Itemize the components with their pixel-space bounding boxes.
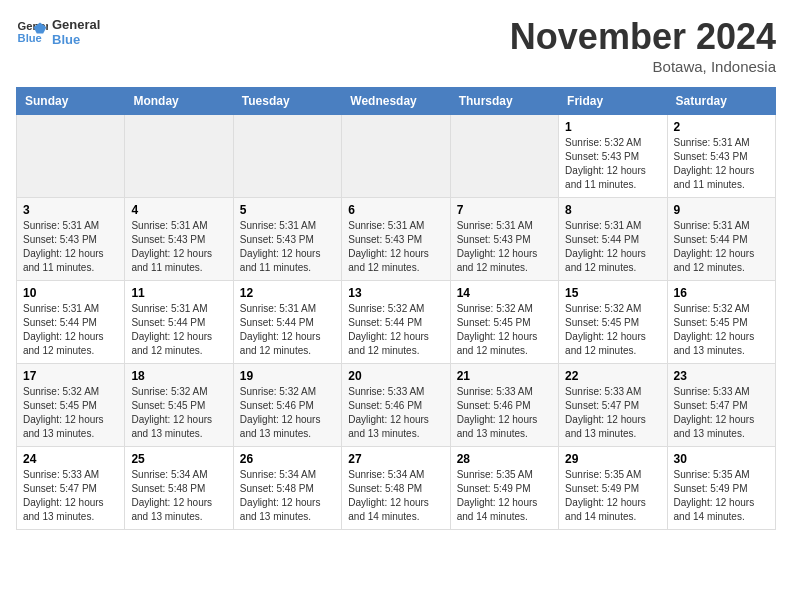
calendar-cell: 15Sunrise: 5:32 AM Sunset: 5:45 PM Dayli… <box>559 281 667 364</box>
calendar-cell: 14Sunrise: 5:32 AM Sunset: 5:45 PM Dayli… <box>450 281 558 364</box>
calendar-cell: 13Sunrise: 5:32 AM Sunset: 5:44 PM Dayli… <box>342 281 450 364</box>
calendar-day-header: Saturday <box>667 88 775 115</box>
day-info: Sunrise: 5:31 AM Sunset: 5:44 PM Dayligh… <box>674 219 769 275</box>
calendar-cell: 23Sunrise: 5:33 AM Sunset: 5:47 PM Dayli… <box>667 364 775 447</box>
day-info: Sunrise: 5:31 AM Sunset: 5:43 PM Dayligh… <box>23 219 118 275</box>
calendar-cell: 4Sunrise: 5:31 AM Sunset: 5:43 PM Daylig… <box>125 198 233 281</box>
calendar-cell: 22Sunrise: 5:33 AM Sunset: 5:47 PM Dayli… <box>559 364 667 447</box>
day-number: 9 <box>674 203 769 217</box>
day-info: Sunrise: 5:33 AM Sunset: 5:47 PM Dayligh… <box>674 385 769 441</box>
calendar-cell: 12Sunrise: 5:31 AM Sunset: 5:44 PM Dayli… <box>233 281 341 364</box>
calendar-cell: 3Sunrise: 5:31 AM Sunset: 5:43 PM Daylig… <box>17 198 125 281</box>
day-number: 5 <box>240 203 335 217</box>
calendar-cell: 26Sunrise: 5:34 AM Sunset: 5:48 PM Dayli… <box>233 447 341 530</box>
calendar-week-row: 24Sunrise: 5:33 AM Sunset: 5:47 PM Dayli… <box>17 447 776 530</box>
calendar-cell: 11Sunrise: 5:31 AM Sunset: 5:44 PM Dayli… <box>125 281 233 364</box>
day-number: 4 <box>131 203 226 217</box>
day-info: Sunrise: 5:33 AM Sunset: 5:47 PM Dayligh… <box>565 385 660 441</box>
day-info: Sunrise: 5:31 AM Sunset: 5:43 PM Dayligh… <box>240 219 335 275</box>
day-number: 21 <box>457 369 552 383</box>
day-number: 10 <box>23 286 118 300</box>
calendar-cell: 1Sunrise: 5:32 AM Sunset: 5:43 PM Daylig… <box>559 115 667 198</box>
day-info: Sunrise: 5:34 AM Sunset: 5:48 PM Dayligh… <box>348 468 443 524</box>
calendar-cell: 10Sunrise: 5:31 AM Sunset: 5:44 PM Dayli… <box>17 281 125 364</box>
calendar-cell: 5Sunrise: 5:31 AM Sunset: 5:43 PM Daylig… <box>233 198 341 281</box>
day-info: Sunrise: 5:33 AM Sunset: 5:47 PM Dayligh… <box>23 468 118 524</box>
day-number: 8 <box>565 203 660 217</box>
day-number: 17 <box>23 369 118 383</box>
calendar-cell: 20Sunrise: 5:33 AM Sunset: 5:46 PM Dayli… <box>342 364 450 447</box>
calendar-table: SundayMondayTuesdayWednesdayThursdayFrid… <box>16 87 776 530</box>
calendar-cell: 17Sunrise: 5:32 AM Sunset: 5:45 PM Dayli… <box>17 364 125 447</box>
calendar-day-header: Monday <box>125 88 233 115</box>
calendar-week-row: 17Sunrise: 5:32 AM Sunset: 5:45 PM Dayli… <box>17 364 776 447</box>
day-info: Sunrise: 5:31 AM Sunset: 5:44 PM Dayligh… <box>131 302 226 358</box>
day-number: 29 <box>565 452 660 466</box>
day-info: Sunrise: 5:32 AM Sunset: 5:45 PM Dayligh… <box>131 385 226 441</box>
page-header: General Blue General Blue November 2024 … <box>16 16 776 75</box>
day-number: 6 <box>348 203 443 217</box>
calendar-cell: 27Sunrise: 5:34 AM Sunset: 5:48 PM Dayli… <box>342 447 450 530</box>
day-info: Sunrise: 5:32 AM Sunset: 5:43 PM Dayligh… <box>565 136 660 192</box>
day-info: Sunrise: 5:32 AM Sunset: 5:45 PM Dayligh… <box>674 302 769 358</box>
calendar-cell: 18Sunrise: 5:32 AM Sunset: 5:45 PM Dayli… <box>125 364 233 447</box>
day-info: Sunrise: 5:32 AM Sunset: 5:44 PM Dayligh… <box>348 302 443 358</box>
day-number: 11 <box>131 286 226 300</box>
day-number: 16 <box>674 286 769 300</box>
title-block: November 2024 Botawa, Indonesia <box>510 16 776 75</box>
day-number: 28 <box>457 452 552 466</box>
day-number: 20 <box>348 369 443 383</box>
day-info: Sunrise: 5:32 AM Sunset: 5:45 PM Dayligh… <box>565 302 660 358</box>
calendar-header-row: SundayMondayTuesdayWednesdayThursdayFrid… <box>17 88 776 115</box>
calendar-cell: 19Sunrise: 5:32 AM Sunset: 5:46 PM Dayli… <box>233 364 341 447</box>
calendar-cell: 24Sunrise: 5:33 AM Sunset: 5:47 PM Dayli… <box>17 447 125 530</box>
day-info: Sunrise: 5:31 AM Sunset: 5:43 PM Dayligh… <box>131 219 226 275</box>
calendar-cell: 25Sunrise: 5:34 AM Sunset: 5:48 PM Dayli… <box>125 447 233 530</box>
day-number: 12 <box>240 286 335 300</box>
day-info: Sunrise: 5:33 AM Sunset: 5:46 PM Dayligh… <box>348 385 443 441</box>
day-number: 13 <box>348 286 443 300</box>
day-info: Sunrise: 5:31 AM Sunset: 5:43 PM Dayligh… <box>457 219 552 275</box>
calendar-cell: 7Sunrise: 5:31 AM Sunset: 5:43 PM Daylig… <box>450 198 558 281</box>
day-number: 14 <box>457 286 552 300</box>
calendar-week-row: 3Sunrise: 5:31 AM Sunset: 5:43 PM Daylig… <box>17 198 776 281</box>
calendar-week-row: 1Sunrise: 5:32 AM Sunset: 5:43 PM Daylig… <box>17 115 776 198</box>
calendar-cell <box>450 115 558 198</box>
calendar-day-header: Friday <box>559 88 667 115</box>
day-number: 27 <box>348 452 443 466</box>
day-info: Sunrise: 5:31 AM Sunset: 5:43 PM Dayligh… <box>348 219 443 275</box>
logo: General Blue General Blue <box>16 16 100 48</box>
logo-icon: General Blue <box>16 16 48 48</box>
day-number: 18 <box>131 369 226 383</box>
calendar-cell: 29Sunrise: 5:35 AM Sunset: 5:49 PM Dayli… <box>559 447 667 530</box>
day-number: 2 <box>674 120 769 134</box>
day-number: 1 <box>565 120 660 134</box>
day-number: 23 <box>674 369 769 383</box>
calendar-cell: 2Sunrise: 5:31 AM Sunset: 5:43 PM Daylig… <box>667 115 775 198</box>
day-number: 25 <box>131 452 226 466</box>
calendar-cell <box>17 115 125 198</box>
calendar-cell <box>125 115 233 198</box>
day-info: Sunrise: 5:31 AM Sunset: 5:44 PM Dayligh… <box>23 302 118 358</box>
calendar-cell: 28Sunrise: 5:35 AM Sunset: 5:49 PM Dayli… <box>450 447 558 530</box>
calendar-cell <box>342 115 450 198</box>
month-title: November 2024 <box>510 16 776 58</box>
day-number: 24 <box>23 452 118 466</box>
day-number: 15 <box>565 286 660 300</box>
calendar-week-row: 10Sunrise: 5:31 AM Sunset: 5:44 PM Dayli… <box>17 281 776 364</box>
day-info: Sunrise: 5:34 AM Sunset: 5:48 PM Dayligh… <box>240 468 335 524</box>
logo-line2: Blue <box>52 32 100 47</box>
day-info: Sunrise: 5:35 AM Sunset: 5:49 PM Dayligh… <box>457 468 552 524</box>
day-info: Sunrise: 5:35 AM Sunset: 5:49 PM Dayligh… <box>565 468 660 524</box>
calendar-day-header: Thursday <box>450 88 558 115</box>
calendar-cell <box>233 115 341 198</box>
day-info: Sunrise: 5:32 AM Sunset: 5:46 PM Dayligh… <box>240 385 335 441</box>
day-number: 22 <box>565 369 660 383</box>
day-info: Sunrise: 5:32 AM Sunset: 5:45 PM Dayligh… <box>23 385 118 441</box>
calendar-day-header: Sunday <box>17 88 125 115</box>
location: Botawa, Indonesia <box>510 58 776 75</box>
day-info: Sunrise: 5:32 AM Sunset: 5:45 PM Dayligh… <box>457 302 552 358</box>
calendar-cell: 8Sunrise: 5:31 AM Sunset: 5:44 PM Daylig… <box>559 198 667 281</box>
day-info: Sunrise: 5:33 AM Sunset: 5:46 PM Dayligh… <box>457 385 552 441</box>
calendar-cell: 16Sunrise: 5:32 AM Sunset: 5:45 PM Dayli… <box>667 281 775 364</box>
